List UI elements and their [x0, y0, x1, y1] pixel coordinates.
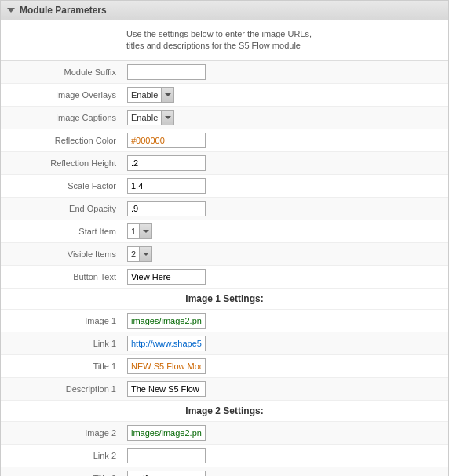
row-image1-image: Image 1 [1, 309, 448, 332]
chevron-down-icon [165, 116, 171, 119]
input-reflection-height[interactable] [127, 155, 206, 171]
input-reflection-color[interactable] [127, 133, 206, 148]
row-reflection-height: Reflection Height [1, 151, 448, 174]
value-image1 [122, 309, 448, 332]
row-scale-factor: Scale Factor [1, 174, 448, 197]
label-title2: Title 2 [1, 467, 122, 476]
select-image-captions-btn[interactable] [161, 111, 173, 125]
label-title1: Title 1 [1, 354, 122, 377]
row-image-captions: Image Captions Enable [1, 106, 448, 129]
value-image-overlays: Enable [122, 83, 448, 106]
label-image-captions: Image Captions [1, 106, 122, 129]
label-button-text: Button Text [1, 265, 122, 288]
row-image2-header: Image 2 Settings: [1, 400, 448, 421]
row-module-suffix: Module Suffix [1, 61, 448, 84]
select-start-item-btn[interactable] [139, 224, 151, 238]
module-header: Module Parameters [1, 1, 448, 20]
row-end-opacity: End Opacity [1, 197, 448, 220]
value-desc1 [122, 377, 448, 400]
params-table: Module Suffix Image Overlays Enable Imag… [1, 61, 448, 476]
row-visible-items: Visible Items 2 [1, 242, 448, 265]
select-image-overlays-btn[interactable] [161, 88, 173, 102]
value-image2 [122, 421, 448, 444]
value-link1 [122, 332, 448, 354]
value-end-opacity [122, 197, 448, 220]
label-reflection-color: Reflection Color [1, 129, 122, 151]
input-scale-factor[interactable] [127, 178, 206, 194]
input-link2[interactable] [127, 448, 206, 463]
label-image2: Image 2 [1, 421, 122, 444]
row-reflection-color: Reflection Color [1, 129, 448, 151]
label-image1: Image 1 [1, 309, 122, 332]
label-visible-items: Visible Items [1, 242, 122, 265]
value-module-suffix [122, 61, 448, 84]
input-module-suffix[interactable] [127, 64, 206, 80]
value-title2 [122, 467, 448, 476]
label-link2: Link 2 [1, 444, 122, 467]
module-container: Module Parameters Use the settings below… [0, 0, 449, 476]
row-image1-header: Image 1 Settings: [1, 288, 448, 309]
select-start-item[interactable]: 1 [127, 223, 152, 239]
input-desc1[interactable] [127, 381, 206, 397]
label-scale-factor: Scale Factor [1, 174, 122, 197]
select-visible-items-btn[interactable] [139, 247, 151, 261]
row-link2: Link 2 [1, 444, 448, 467]
label-link1: Link 1 [1, 332, 122, 354]
select-image-overlays[interactable]: Enable [127, 87, 174, 103]
image2-section-label: Image 2 Settings: [185, 405, 263, 416]
label-module-suffix: Module Suffix [1, 61, 122, 84]
intro-text: Use the settings below to enter the imag… [1, 20, 448, 61]
value-link2 [122, 444, 448, 467]
label-image-overlays: Image Overlays [1, 83, 122, 106]
row-start-item: Start Item 1 [1, 220, 448, 242]
value-scale-factor [122, 174, 448, 197]
select-visible-items[interactable]: 2 [127, 246, 152, 262]
collapse-icon[interactable] [7, 8, 15, 13]
row-title1: Title 1 [1, 354, 448, 377]
value-button-text [122, 265, 448, 288]
row-link1: Link 1 [1, 332, 448, 354]
row-title2: Title 2 [1, 467, 448, 476]
value-reflection-height [122, 151, 448, 174]
value-title1 [122, 354, 448, 377]
label-reflection-height: Reflection Height [1, 151, 122, 174]
row-image-overlays: Image Overlays Enable [1, 83, 448, 106]
input-image1[interactable] [127, 313, 206, 329]
value-image-captions: Enable [122, 106, 448, 129]
image1-section-label: Image 1 Settings: [185, 293, 263, 304]
module-title: Module Parameters [20, 5, 107, 16]
value-reflection-color [122, 129, 448, 151]
input-link1[interactable] [127, 336, 206, 351]
chevron-down-icon [165, 93, 171, 96]
input-button-text[interactable] [127, 269, 206, 285]
select-image-captions[interactable]: Enable [127, 110, 174, 125]
value-visible-items: 2 [122, 242, 448, 265]
input-title1[interactable] [127, 358, 206, 374]
row-desc1: Description 1 [1, 377, 448, 400]
row-button-text: Button Text [1, 265, 448, 288]
chevron-down-icon [143, 253, 149, 256]
input-end-opacity[interactable] [127, 201, 206, 216]
input-title2[interactable] [127, 471, 206, 476]
value-start-item: 1 [122, 220, 448, 242]
input-image2[interactable] [127, 425, 206, 441]
label-desc1: Description 1 [1, 377, 122, 400]
label-end-opacity: End Opacity [1, 197, 122, 220]
label-start-item: Start Item [1, 220, 122, 242]
row-image2-image: Image 2 [1, 421, 448, 444]
chevron-down-icon [143, 230, 149, 233]
